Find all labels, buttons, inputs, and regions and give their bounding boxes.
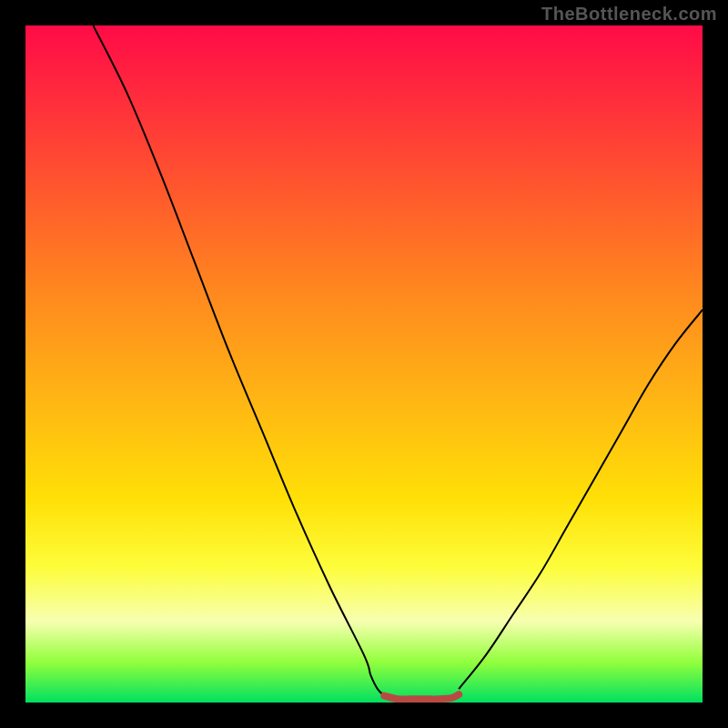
valley-floor-path: [384, 694, 459, 699]
curve-svg: [25, 25, 703, 703]
chart-frame: TheBottleneck.com: [0, 0, 728, 728]
watermark-text: TheBottleneck.com: [541, 4, 717, 25]
plot-area: [25, 25, 703, 703]
left-branch-path: [93, 25, 384, 696]
right-branch-path: [459, 310, 703, 690]
